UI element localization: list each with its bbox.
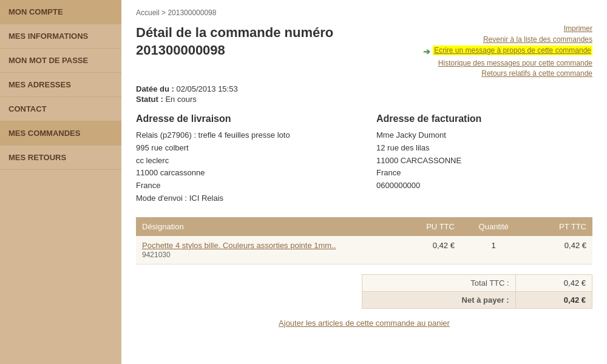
total-ttc-value: 0,42 € (515, 274, 592, 291)
historique-link[interactable]: Historique des messages pour cette comma… (422, 59, 592, 67)
revenir-link[interactable]: Revenir à la liste des commandes (422, 35, 592, 44)
billing-title: Adresse de facturation (376, 113, 592, 124)
sidebar-item-mon-compte[interactable]: MON COMPTE (0, 0, 121, 24)
breadcrumb-current: 201300000098 (168, 8, 216, 17)
sidebar-item-mon-mot-de-passe[interactable]: MON MOT DE PASSE (0, 49, 121, 73)
pt-ttc-cell: 0,42 € (526, 236, 592, 265)
delivery-address: Adresse de livraison Relais (p27906) : t… (136, 113, 352, 205)
ecrire-link[interactable]: Ecrire un message à propos de cette comm… (433, 46, 592, 55)
pu-ttc-cell: 0,42 € (395, 236, 461, 265)
product-cell: Pochette 4 stylos bille. Couleurs assort… (136, 236, 395, 265)
net-payer-row: Net à payer : 0,42 € (362, 291, 592, 308)
totals-section: Total TTC : 0,42 € Net à payer : 0,42 € (136, 274, 592, 309)
sidebar-item-mes-adresses[interactable]: MES ADRESSES (0, 73, 121, 97)
table-row: Pochette 4 stylos bille. Couleurs assort… (136, 236, 592, 265)
col-designation-header: Désignation (136, 217, 395, 236)
bottom-link-container: Ajouter les articles de cette commande a… (136, 318, 592, 328)
address-section: Adresse de livraison Relais (p27906) : t… (136, 113, 592, 205)
order-info: Datée du : 02/05/2013 15:53 Statut : En … (136, 84, 592, 104)
sidebar: MON COMPTE MES INFORMATIONS MON MOT DE P… (0, 0, 121, 364)
product-ref: 9421030 (142, 251, 171, 259)
order-statut: Statut : En cours (136, 95, 592, 104)
sidebar-item-contact[interactable]: CONTACT (0, 97, 121, 121)
arrow-icon: ➔ (423, 47, 430, 56)
table-body: Pochette 4 stylos bille. Couleurs assort… (136, 236, 592, 265)
col-pu-header: PU TTC (395, 217, 461, 236)
imprimer-container: Imprimer (422, 24, 592, 33)
net-label: Net à payer : (362, 291, 516, 308)
quantite-cell: 1 (461, 236, 527, 265)
right-links: Imprimer Revenir à la liste des commande… (422, 24, 592, 79)
delivery-lines: Relais (p27906) : trefle 4 feuilles pres… (136, 129, 352, 205)
sidebar-item-mes-informations[interactable]: MES INFORMATIONS (0, 24, 121, 49)
sidebar-item-mes-retours[interactable]: MES RETOURS (0, 146, 121, 170)
header-area: Détail de la commande numéro 20130000009… (136, 24, 592, 79)
net-value: 0,42 € (515, 291, 592, 308)
billing-lines: Mme Jacky Dumont 12 rue des lilas 11000 … (376, 129, 592, 192)
billing-address: Adresse de facturation Mme Jacky Dumont … (376, 113, 592, 205)
breadcrumb: Accueil > 201300000098 (136, 8, 592, 17)
col-pt-header: PT TTC (526, 217, 592, 236)
sidebar-item-mes-commandes[interactable]: MES COMMANDES (0, 121, 121, 146)
arrow-indicator: ➔ Ecrire un message à propos de cette co… (422, 46, 592, 57)
order-date: Datée du : 02/05/2013 15:53 (136, 84, 592, 93)
page-title: Détail de la commande numéro 20130000009… (136, 24, 333, 59)
main-content: Accueil > 201300000098 Détail de la comm… (121, 0, 607, 364)
order-table: Désignation PU TTC Quantité PT TTC Poche… (136, 217, 592, 265)
col-qty-header: Quantité (461, 217, 527, 236)
add-to-cart-link[interactable]: Ajouter les articles de cette commande a… (279, 318, 450, 328)
retours-link[interactable]: Retours relatifs à cette commande (422, 69, 592, 78)
total-ttc-row: Total TTC : 0,42 € (362, 274, 592, 291)
totals-table: Total TTC : 0,42 € Net à payer : 0,42 € (362, 274, 592, 309)
product-link[interactable]: Pochette 4 stylos bille. Couleurs assort… (142, 241, 388, 250)
delivery-title: Adresse de livraison (136, 113, 352, 124)
table-header: Désignation PU TTC Quantité PT TTC (136, 217, 592, 236)
breadcrumb-home[interactable]: Accueil (136, 8, 160, 17)
imprimer-link[interactable]: Imprimer (422, 24, 592, 33)
total-ttc-label: Total TTC : (362, 274, 516, 291)
